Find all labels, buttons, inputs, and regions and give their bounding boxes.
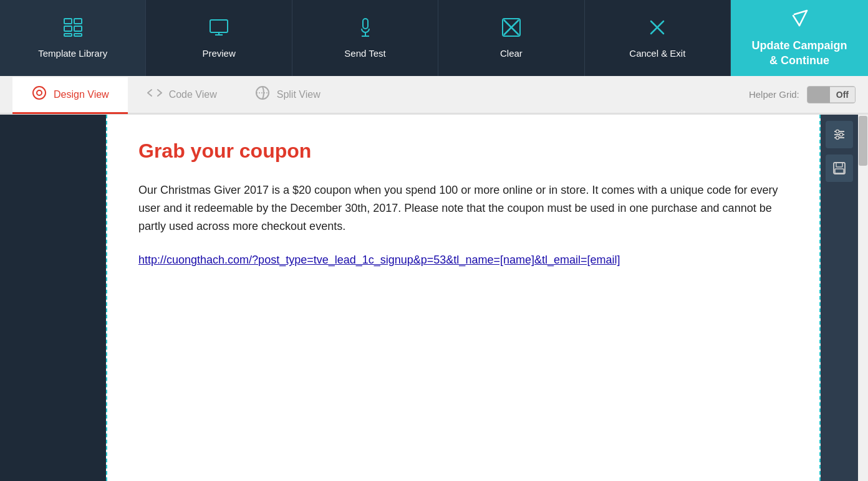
svg-rect-3: [74, 26, 82, 31]
canvas-area[interactable]: Grab your coupon Our Christmas Giver 201…: [106, 115, 821, 481]
helper-grid-toggle[interactable]: Off: [807, 86, 856, 103]
svg-point-20: [33, 87, 46, 99]
coupon-title: Grab your coupon: [138, 140, 788, 163]
code-view-label: Code View: [169, 89, 217, 100]
svg-rect-0: [64, 19, 72, 24]
view-tabs-bar: Design View Code View Split View Helper …: [0, 76, 868, 115]
svg-rect-2: [64, 26, 72, 31]
design-view-icon: [31, 85, 47, 105]
scrollbar[interactable]: [858, 115, 868, 481]
main-area: Grab your coupon Our Christmas Giver 201…: [0, 115, 868, 481]
cancel-exit-label: Cancel & Exit: [629, 48, 685, 59]
svg-rect-6: [210, 20, 228, 32]
helper-grid-label: Helper Grid:: [749, 89, 799, 100]
svg-point-28: [840, 133, 843, 136]
clear-button[interactable]: Clear: [438, 0, 584, 76]
left-sidebar: [0, 115, 106, 481]
toggle-track: [808, 87, 830, 103]
update-campaign-button[interactable]: Update Campaign & Continue: [731, 0, 868, 76]
send-test-label: Send Test: [344, 48, 385, 59]
svg-rect-5: [74, 34, 82, 36]
template-library-icon: [63, 17, 83, 42]
template-library-button[interactable]: Template Library: [0, 0, 146, 76]
svg-point-21: [37, 90, 42, 95]
svg-rect-9: [363, 19, 368, 29]
preview-icon: [209, 17, 229, 42]
sidebar-save-button[interactable]: [826, 155, 853, 182]
svg-point-27: [836, 130, 839, 133]
svg-line-18: [793, 16, 799, 26]
coupon-body: Our Christmas Giver 2017 is a $20 coupon…: [138, 181, 788, 235]
split-view-label: Split View: [277, 89, 321, 100]
svg-rect-4: [64, 34, 72, 36]
update-campaign-label: Update Campaign & Continue: [752, 39, 847, 68]
tab-design-view[interactable]: Design View: [12, 77, 128, 114]
preview-button[interactable]: Preview: [146, 0, 292, 76]
coupon-link[interactable]: http://cuongthach.com/?post_type=tve_lea…: [138, 254, 788, 267]
svg-point-29: [836, 136, 839, 140]
helper-grid-control: Helper Grid: Off: [749, 86, 856, 103]
split-view-icon: [254, 85, 271, 105]
tab-code-view[interactable]: Code View: [128, 77, 236, 114]
scrollbar-thumb[interactable]: [859, 116, 867, 166]
cancel-exit-icon: [647, 17, 667, 42]
template-library-label: Template Library: [38, 48, 107, 59]
cancel-exit-button[interactable]: Cancel & Exit: [585, 0, 731, 76]
design-view-label: Design View: [54, 89, 109, 100]
right-sidebar: [821, 115, 858, 481]
tab-split-view[interactable]: Split View: [236, 77, 339, 114]
toolbar: Template Library Preview Send Test: [0, 0, 868, 76]
sidebar-settings-button[interactable]: [826, 121, 853, 148]
toggle-label: Off: [830, 87, 855, 102]
canvas-content: Grab your coupon Our Christmas Giver 201…: [107, 115, 819, 481]
send-test-button[interactable]: Send Test: [292, 0, 438, 76]
clear-icon: [501, 17, 521, 42]
svg-rect-31: [836, 163, 842, 167]
clear-label: Clear: [500, 48, 523, 59]
svg-rect-1: [74, 19, 82, 24]
code-view-icon: [147, 85, 163, 105]
update-campaign-icon: [789, 8, 809, 32]
svg-rect-32: [835, 169, 844, 173]
preview-label: Preview: [202, 48, 235, 59]
send-test-icon: [355, 17, 375, 42]
